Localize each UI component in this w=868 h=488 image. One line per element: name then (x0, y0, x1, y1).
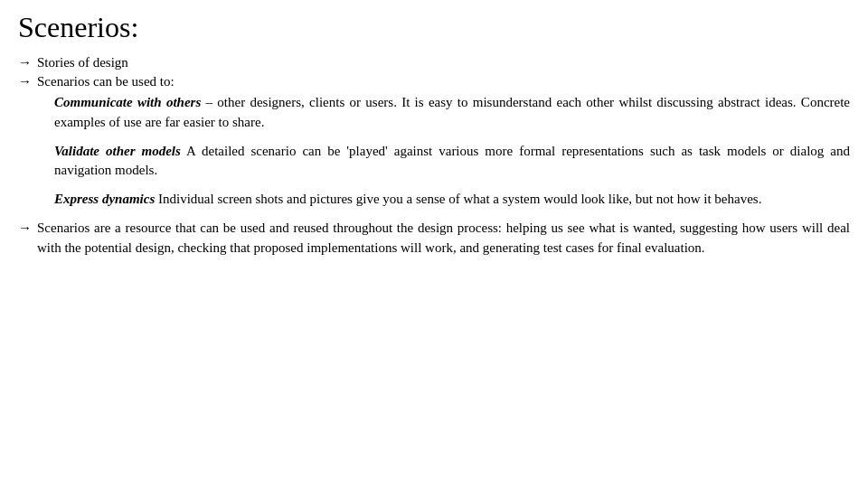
content-block-1: Communicate with others – other designer… (18, 93, 850, 133)
arrow-icon-3: → (18, 219, 32, 239)
content-block-3: Express dynamics Individual screen shots… (18, 190, 850, 210)
separator-1: – (201, 95, 217, 109)
bullet-item-1: → Stories of design (18, 55, 850, 70)
bullet-text-2: Scenarios can be used to: (37, 74, 175, 89)
last-bullet-text: Scenarios are a resource that can be use… (37, 219, 850, 258)
bullet-item-2: → Scenarios can be used to: (18, 74, 850, 89)
rest-text-3: Individual screen shots and pictures giv… (158, 192, 761, 206)
arrow-icon-2: → (18, 74, 32, 89)
arrow-icon-1: → (18, 55, 32, 70)
page-title: Scenerios: (18, 11, 850, 44)
last-bullet-item: → Scenarios are a resource that can be u… (18, 219, 850, 258)
bullet-text-1: Stories of design (37, 55, 128, 70)
bold-italic-1: Communicate with others (54, 95, 201, 109)
content-block-2: Validate other models A detailed scenari… (18, 142, 850, 182)
bold-italic-2: Validate other models (54, 144, 181, 158)
bold-italic-3: Express dynamics (54, 192, 155, 206)
